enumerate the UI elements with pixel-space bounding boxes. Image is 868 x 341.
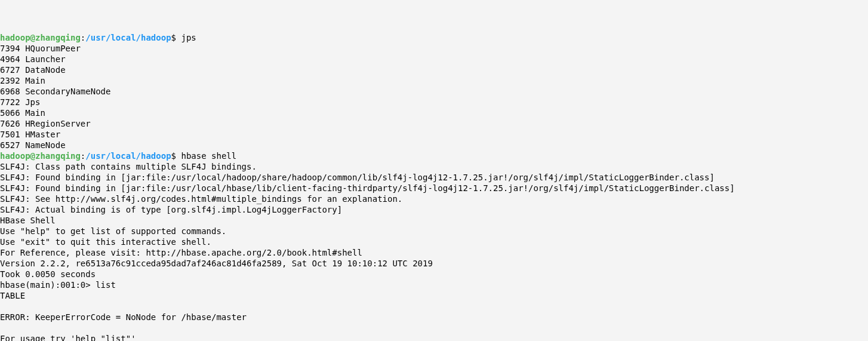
slf4j-line: SLF4J: Found binding in [jar:file:/usr/l… (0, 183, 735, 193)
jps-line: 5066 Main (0, 108, 45, 118)
prompt-dollar: $ (171, 151, 181, 161)
jps-line: 6727 DataNode (0, 65, 66, 75)
list-output-line: TABLE (0, 291, 25, 300)
hbase-intro-line: Version 2.2.2, re6513a76c91cceda95dad7af… (0, 259, 433, 268)
jps-line: 7626 HRegionServer (0, 119, 91, 128)
jps-line: 7394 HQuorumPeer (0, 44, 81, 53)
hbase-intro-line: For Reference, please visit: http://hbas… (0, 248, 362, 257)
jps-line: 2392 Main (0, 76, 45, 85)
hbase-prompt: hbase(main):001:0> (0, 280, 96, 290)
jps-line: 7501 HMaster (0, 130, 60, 139)
prompt-path: /usr/local/hadoop (85, 151, 171, 161)
hbase-intro-line: Use "help" to get list of supported comm… (0, 226, 226, 236)
slf4j-line: SLF4J: Class path contains multiple SLF4… (0, 162, 257, 171)
jps-line: 4964 Launcher (0, 54, 66, 64)
list-output-line: ERROR: KeeperErrorCode = NoNode for /hba… (0, 312, 247, 322)
slf4j-line: SLF4J: Found binding in [jar:file:/usr/l… (0, 173, 715, 182)
slf4j-line: SLF4J: Actual binding is of type [org.sl… (0, 205, 342, 214)
terminal[interactable]: hadoop@zhangqing:/usr/local/hadoop$ jps … (0, 32, 868, 341)
prompt-path: /usr/local/hadoop (85, 33, 171, 42)
hbase-intro-line: Use "exit" to quit this interactive shel… (0, 237, 211, 247)
jps-line: 6968 SecondaryNameNode (0, 87, 110, 96)
slf4j-line: SLF4J: See http://www.slf4j.org/codes.ht… (0, 194, 402, 204)
jps-line: 7722 Jps (0, 97, 40, 107)
prompt-dollar: $ (171, 33, 181, 42)
cmd-list: list (96, 280, 116, 290)
list-output-line: For usage try 'help "list"' (0, 334, 136, 341)
prompt-user: hadoop@zhangqing (0, 33, 81, 42)
jps-line: 6527 NameNode (0, 140, 66, 150)
prompt-user: hadoop@zhangqing (0, 151, 81, 161)
hbase-intro-line: HBase Shell (0, 216, 56, 225)
cmd-jps: jps (181, 33, 196, 42)
hbase-intro-line: Took 0.0050 seconds (0, 269, 96, 279)
cmd-hbase-shell: hbase shell (181, 151, 236, 161)
